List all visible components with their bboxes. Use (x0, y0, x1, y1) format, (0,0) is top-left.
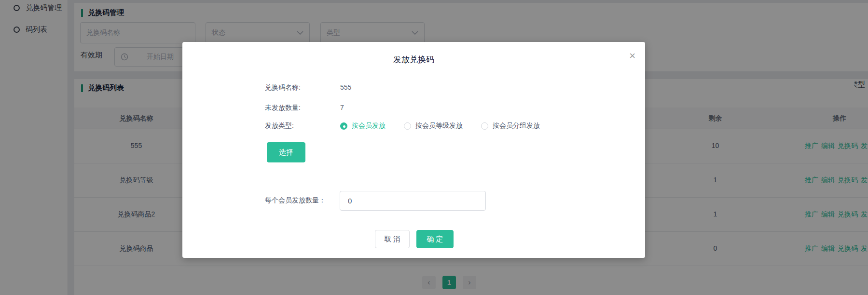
undistributed-value: 7 (340, 104, 344, 111)
radio-label: 按会员分组发放 (493, 121, 540, 130)
radio-label: 按会员等级发放 (415, 121, 463, 130)
code-name-value: 555 (340, 83, 351, 91)
radio-label: 按会员发放 (352, 121, 386, 130)
modal-title: 发放兑换码 (182, 54, 645, 65)
code-name-label: 兑换码名称: (265, 83, 301, 92)
distribute-code-modal: 发放兑换码 × 兑换码名称: 555 未发放数量: 7 发放类型: 按会员发放 … (182, 42, 645, 258)
select-button[interactable]: 选择 (267, 142, 305, 162)
radio-by-member-group[interactable]: 按会员分组发放 (481, 121, 540, 130)
radio-icon (340, 122, 347, 130)
confirm-button[interactable]: 确 定 (416, 230, 454, 248)
per-member-qty-input[interactable] (340, 191, 486, 211)
undistributed-label: 未发放数量: (265, 104, 301, 112)
radio-icon (481, 122, 488, 130)
radio-by-member-level[interactable]: 按会员等级发放 (404, 121, 463, 130)
distribute-type-radio-group: 按会员发放 按会员等级发放 按会员分组发放 (340, 121, 540, 130)
radio-icon (404, 122, 411, 130)
close-icon[interactable]: × (629, 51, 635, 61)
cancel-button[interactable]: 取 消 (375, 230, 410, 248)
per-member-qty-label: 每个会员发放数量： (265, 196, 326, 205)
distribute-type-label: 发放类型: (265, 121, 294, 130)
radio-by-member[interactable]: 按会员发放 (340, 121, 386, 130)
